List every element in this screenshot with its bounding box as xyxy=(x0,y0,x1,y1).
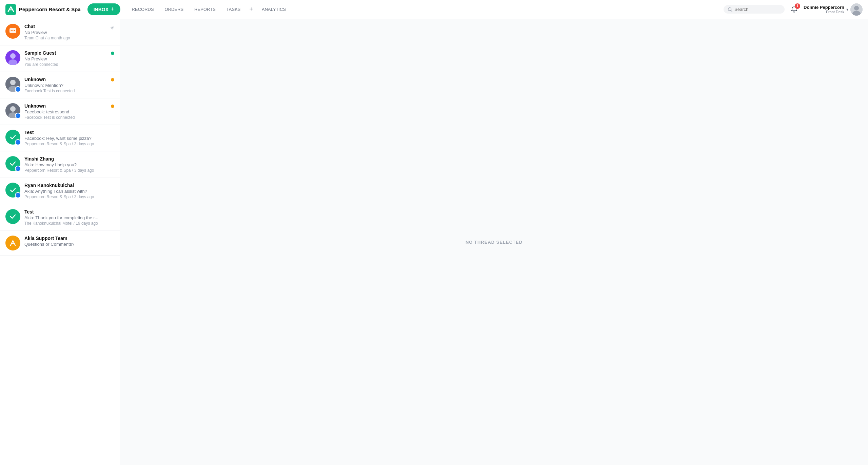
search-box[interactable] xyxy=(724,5,785,14)
nav-tasks[interactable]: TASKS xyxy=(222,5,245,14)
conversation-preview: Akia: How may I help you? xyxy=(24,162,114,167)
user-area[interactable]: Donnie Peppercorn Front Desk ▾ xyxy=(804,3,863,16)
pin-status: ✳ xyxy=(110,24,114,31)
conversation-name: Akia Support Team xyxy=(24,236,114,241)
conversation-content: Test Facebook: Hey, want some pizza? Pep… xyxy=(24,130,114,146)
conversation-name: Test xyxy=(24,209,114,215)
akia-logo-icon xyxy=(8,238,18,248)
conversation-meta: Peppercorn Resort & Spa / 3 days ago xyxy=(24,142,114,146)
tasks-plus-icon[interactable]: + xyxy=(247,4,256,14)
list-item[interactable]: f Ryan Kanoknukulchai Akia: Anything I c… xyxy=(0,178,120,204)
inbox-button[interactable]: INBOX + xyxy=(87,3,120,15)
conversation-preview: Akia: Anything I can assist with? xyxy=(24,189,114,194)
check-icon xyxy=(9,213,17,220)
conversation-content: Sample Guest No Preview You are connecte… xyxy=(24,50,107,67)
svg-point-20 xyxy=(10,106,16,112)
conversation-preview: No Preview xyxy=(24,30,106,35)
svg-point-14 xyxy=(10,80,16,85)
conversation-content: Yinshi Zhang Akia: How may I help you? P… xyxy=(24,156,114,173)
online-dot xyxy=(111,52,114,55)
list-item[interactable]: ! f Unknown Facebook: testrespond Facebo… xyxy=(0,98,120,125)
conversation-name: Yinshi Zhang xyxy=(24,156,114,162)
nav-records[interactable]: RECORDS xyxy=(127,5,159,14)
avatar: f xyxy=(5,183,20,198)
conversation-preview: Unknown: Mention? xyxy=(24,83,107,88)
status-badge xyxy=(111,77,114,81)
no-thread-label: NO THREAD SELECTED xyxy=(466,240,522,245)
svg-point-7 xyxy=(11,30,12,31)
nav-orders[interactable]: ORDERS xyxy=(160,5,189,14)
conversation-name: Unknown xyxy=(24,103,107,109)
avatar-wrap: ! f xyxy=(5,103,20,118)
avatar xyxy=(5,50,20,65)
conversation-meta: Peppercorn Resort & Spa / 3 days ago xyxy=(24,168,114,173)
conversation-content: Chat No Preview Team Chat / a month ago xyxy=(24,24,106,40)
svg-text:f: f xyxy=(17,88,18,91)
pending-dot xyxy=(111,78,114,81)
svg-line-2 xyxy=(731,10,732,12)
conversation-preview: Akia: Thank you for completing the r... xyxy=(24,215,114,220)
avatar xyxy=(5,236,20,250)
search-input[interactable] xyxy=(734,7,781,12)
avatar xyxy=(5,24,20,39)
svg-rect-28 xyxy=(8,238,18,248)
conversation-name: Chat xyxy=(24,24,106,29)
app-logo-icon xyxy=(5,4,16,15)
logo-area: Peppercorn Resort & Spa xyxy=(5,4,81,15)
conversation-preview: Questions or Comments? xyxy=(24,242,114,247)
inbox-label: INBOX xyxy=(94,7,108,12)
list-item[interactable]: Akia Support Team Questions or Comments? xyxy=(0,231,120,256)
list-item[interactable]: Chat No Preview Team Chat / a month ago … xyxy=(0,19,120,45)
top-navigation: Peppercorn Resort & Spa INBOX + RECORDS … xyxy=(0,0,868,19)
svg-text:f: f xyxy=(17,194,18,197)
list-item[interactable]: f Yinshi Zhang Akia: How may I help you?… xyxy=(0,151,120,178)
user-info: Donnie Peppercorn Front Desk xyxy=(804,5,844,14)
conversation-preview: Facebook: testrespond xyxy=(24,109,107,114)
facebook-source-icon: f xyxy=(15,113,21,119)
main-content: NO THREAD SELECTED xyxy=(120,19,868,465)
user-name: Donnie Peppercorn xyxy=(804,5,844,10)
conversation-meta: Facebook Test is connected xyxy=(24,89,107,93)
conversation-name: Unknown xyxy=(24,77,107,82)
conversation-meta: Team Chat / a month ago xyxy=(24,36,106,40)
conversation-name: Sample Guest xyxy=(24,50,107,56)
avatar xyxy=(850,3,863,16)
svg-point-9 xyxy=(14,30,15,31)
avatar-wrap xyxy=(5,50,20,65)
app-name: Peppercorn Resort & Spa xyxy=(19,6,81,12)
sidebar: Chat No Preview Team Chat / a month ago … xyxy=(0,19,120,465)
facebook-source-icon: f xyxy=(15,166,21,172)
conversation-name: Ryan Kanoknukulchai xyxy=(24,183,114,188)
user-role: Front Desk xyxy=(804,10,844,14)
nav-right: 1 Donnie Peppercorn Front Desk ▾ xyxy=(724,3,863,16)
conversation-content: Akia Support Team Questions or Comments? xyxy=(24,236,114,247)
facebook-source-icon: f xyxy=(15,139,21,145)
status-badge xyxy=(111,50,114,55)
list-item[interactable]: Sample Guest No Preview You are connecte… xyxy=(0,45,120,72)
nav-links: RECORDS ORDERS REPORTS TASKS + ANALYTICS xyxy=(127,4,721,14)
avatar: f xyxy=(5,156,20,171)
conversation-preview: No Preview xyxy=(24,56,107,61)
user-avatar-image xyxy=(850,3,863,16)
status-badge xyxy=(111,103,114,108)
conversation-preview: Facebook: Hey, want some pizza? xyxy=(24,136,114,141)
avatar-wrap xyxy=(5,236,20,250)
conversation-content: Unknown Facebook: testrespond Facebook T… xyxy=(24,103,107,120)
avatar-wrap: ! f xyxy=(5,77,20,92)
chat-icon xyxy=(9,27,17,35)
notification-button[interactable]: 1 xyxy=(789,4,800,15)
notification-badge: 1 xyxy=(795,3,800,9)
main-layout: Chat No Preview Team Chat / a month ago … xyxy=(0,19,868,465)
inbox-plus-icon: + xyxy=(111,6,114,13)
pending-dot xyxy=(111,105,114,108)
list-item[interactable]: Test Akia: Thank you for completing the … xyxy=(0,204,120,231)
conversation-content: Unknown Unknown: Mention? Facebook Test … xyxy=(24,77,107,93)
conversation-meta: The Kanoknukulchai Motel / 19 days ago xyxy=(24,221,114,226)
list-item[interactable]: f Test Facebook: Hey, want some pizza? P… xyxy=(0,125,120,151)
pin-icon: ✳ xyxy=(110,25,114,31)
nav-reports[interactable]: REPORTS xyxy=(190,5,220,14)
nav-analytics[interactable]: ANALYTICS xyxy=(257,5,291,14)
conversation-meta: You are connected xyxy=(24,62,107,67)
conversation-content: Test Akia: Thank you for completing the … xyxy=(24,209,114,226)
list-item[interactable]: ! f Unknown Unknown: Mention? Facebook T… xyxy=(0,72,120,98)
